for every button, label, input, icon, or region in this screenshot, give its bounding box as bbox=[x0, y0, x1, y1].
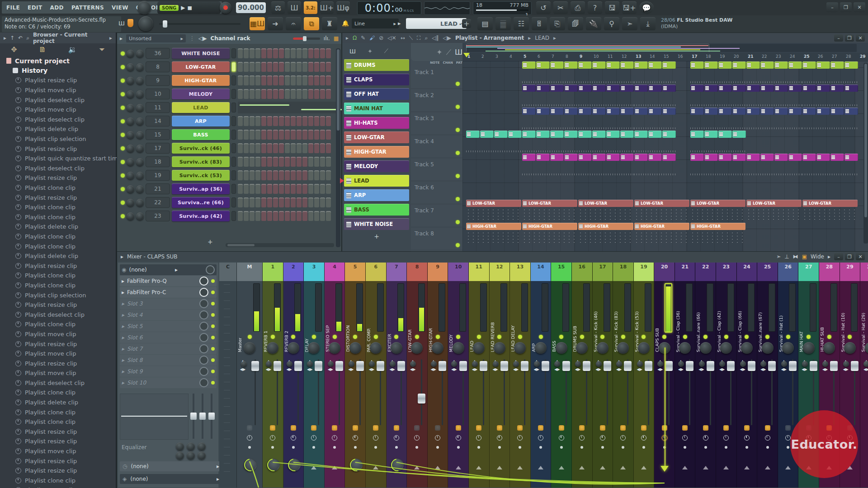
step-cell[interactable] bbox=[308, 48, 313, 58]
mixer-strip-par-comp-[interactable]: 6PAR. COMP.▲▼◀▶ bbox=[366, 263, 387, 488]
strip-enable-led[interactable] bbox=[436, 335, 440, 339]
track-enable-led[interactable] bbox=[456, 105, 460, 109]
snap-selector[interactable]: Line▸ bbox=[352, 19, 399, 28]
strip-fader[interactable] bbox=[521, 361, 528, 371]
channel-mute-slot[interactable] bbox=[231, 62, 236, 72]
slot-enable-led[interactable] bbox=[211, 336, 215, 339]
step-cell[interactable] bbox=[261, 130, 266, 140]
pattern-clip[interactable] bbox=[746, 154, 760, 161]
arrangement-overview[interactable] bbox=[466, 44, 857, 52]
strip-enable-led[interactable] bbox=[580, 335, 584, 339]
main-volume-knob[interactable] bbox=[137, 1, 151, 14]
pattern-clip[interactable] bbox=[522, 131, 536, 138]
pattern-clip[interactable] bbox=[620, 154, 634, 161]
strip-arm-lamp[interactable] bbox=[456, 425, 461, 431]
channel-enable-led[interactable] bbox=[121, 79, 125, 83]
channel-button[interactable]: LEAD bbox=[172, 102, 230, 113]
pattern-clip[interactable] bbox=[522, 154, 536, 161]
step-cell[interactable] bbox=[244, 157, 249, 167]
pattern-clip[interactable] bbox=[592, 154, 606, 161]
step-cell[interactable] bbox=[285, 143, 290, 153]
step-cell[interactable] bbox=[273, 75, 278, 85]
strip-time-icon[interactable] bbox=[414, 435, 420, 441]
keyboard-editor-icon[interactable]: ▦ bbox=[334, 35, 339, 42]
step-cell[interactable] bbox=[273, 170, 278, 180]
strip-arm-lamp[interactable] bbox=[373, 425, 378, 431]
strip-enable-led[interactable] bbox=[271, 335, 275, 339]
step-cell[interactable] bbox=[238, 143, 243, 153]
pattern-clip[interactable] bbox=[606, 108, 620, 115]
channel-mute-slot[interactable] bbox=[231, 197, 236, 207]
step-cell[interactable] bbox=[297, 157, 302, 167]
strip-pan-knob[interactable] bbox=[453, 342, 464, 354]
step-cell[interactable] bbox=[273, 197, 278, 207]
step-cell[interactable] bbox=[302, 170, 307, 180]
history-item[interactable]: Playlist delete clip bbox=[0, 124, 116, 134]
strip-stereo-knob[interactable] bbox=[699, 361, 705, 367]
step-cell[interactable] bbox=[250, 170, 255, 180]
strip-pan-knob[interactable] bbox=[844, 342, 856, 354]
channel-pan-knob[interactable] bbox=[127, 145, 134, 152]
channel-number[interactable]: 15 bbox=[146, 129, 170, 140]
step-cell[interactable] bbox=[308, 170, 313, 180]
loop-record-button[interactable]: 3.2: bbox=[304, 1, 317, 14]
playlist-track-header[interactable]: Track 2 bbox=[411, 89, 462, 112]
strip-fader[interactable] bbox=[851, 361, 859, 371]
step-cell[interactable] bbox=[255, 48, 260, 58]
strip-enable-led[interactable] bbox=[539, 335, 543, 339]
save-icon[interactable]: 🖫 bbox=[605, 1, 619, 14]
step-cell[interactable] bbox=[291, 170, 296, 180]
mixer-strip-survival-nare-67-[interactable]: 25Survival..nare (67)▲▼◀▶ bbox=[757, 263, 778, 488]
pattern-clip[interactable] bbox=[648, 131, 662, 138]
rack-vscrollbar[interactable] bbox=[336, 48, 340, 247]
pattern-clip[interactable] bbox=[690, 131, 704, 138]
pattern-clip[interactable] bbox=[774, 154, 788, 161]
eq-knobs[interactable] bbox=[176, 442, 208, 460]
strip-pan-knob[interactable] bbox=[762, 342, 774, 354]
strip-fader[interactable] bbox=[624, 361, 632, 371]
tempo-display[interactable]: 90.000 bbox=[236, 2, 266, 13]
step-jump-icon[interactable]: ➜ bbox=[268, 17, 283, 30]
channel-pan-knob[interactable] bbox=[127, 185, 134, 193]
strip-enable-led[interactable] bbox=[786, 335, 790, 339]
step-cell[interactable] bbox=[314, 48, 319, 58]
step-sequencer-cells[interactable] bbox=[238, 170, 340, 180]
audio-clip[interactable]: LOW-GTAR bbox=[690, 200, 745, 207]
slot-mix-knob[interactable] bbox=[199, 310, 208, 319]
mixer-slot-1[interactable]: ▸FabFilter Pro-Q bbox=[120, 276, 217, 286]
tempo-tap-icon[interactable]: ⎘ bbox=[550, 17, 565, 30]
step-cell[interactable] bbox=[250, 48, 255, 58]
step-cell[interactable] bbox=[291, 75, 296, 85]
browser-tab-files-icon[interactable]: 🗎 bbox=[39, 45, 46, 54]
channel-volume-knob[interactable] bbox=[136, 117, 144, 125]
step-cell[interactable] bbox=[279, 130, 284, 140]
channel-enable-led[interactable] bbox=[121, 65, 125, 69]
strip-stereo-knob[interactable] bbox=[534, 361, 540, 367]
slot-enable-led[interactable] bbox=[211, 358, 215, 362]
step-cell[interactable] bbox=[244, 116, 249, 126]
mixer-layout-icon[interactable]: ▣ bbox=[802, 253, 807, 260]
pattern-clip[interactable] bbox=[606, 61, 620, 69]
pattern-clip[interactable] bbox=[662, 84, 676, 92]
playlist-track-header[interactable]: Track 6 bbox=[411, 181, 462, 204]
overview-scroll-handle[interactable] bbox=[466, 44, 709, 52]
step-cell[interactable] bbox=[308, 62, 313, 72]
strip-route-arrow[interactable] bbox=[579, 463, 585, 469]
strip-route-arrow[interactable] bbox=[620, 463, 626, 469]
step-cell[interactable] bbox=[297, 62, 302, 72]
step-cell[interactable] bbox=[244, 143, 249, 153]
browser-tab-audio-icon[interactable]: 🔉 bbox=[68, 45, 77, 54]
pattern-clip[interactable] bbox=[662, 131, 676, 138]
strip-fader[interactable] bbox=[810, 361, 817, 371]
step-cell[interactable] bbox=[285, 116, 290, 126]
mixer-slot-7[interactable]: ▸Slot 7 bbox=[120, 343, 217, 354]
eq-band1-fader[interactable] bbox=[190, 394, 197, 439]
mixer-strip-lead-reverb[interactable]: 12LEAD REVERB▲▼◀▶ bbox=[490, 263, 510, 488]
step-cell[interactable] bbox=[279, 62, 284, 72]
strip-route-arrow[interactable] bbox=[497, 463, 502, 469]
mixer-strip-lead[interactable]: 11LEAD▲▼◀▶ bbox=[469, 263, 490, 488]
channel-volume-knob[interactable] bbox=[136, 172, 144, 179]
channel-pan-knob[interactable] bbox=[127, 131, 134, 139]
strip-enable-led[interactable] bbox=[848, 335, 852, 339]
strip-pan-knob[interactable] bbox=[244, 342, 255, 354]
